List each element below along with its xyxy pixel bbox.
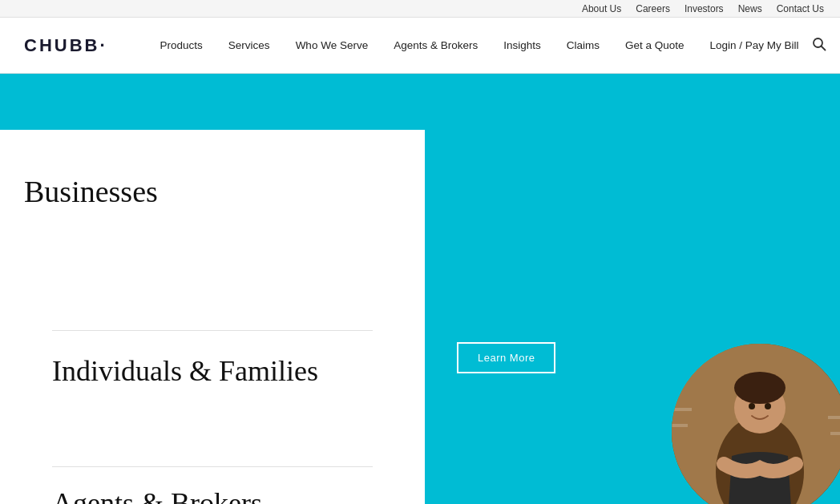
businesses-heading[interactable]: Businesses [24,174,158,209]
nav-login[interactable]: Login / Pay My Bill [697,39,812,51]
hero-section: Businesses Individuals & Families Agents… [0,74,840,504]
nav-insights[interactable]: Insights [491,39,554,51]
svg-line-1 [821,46,825,50]
main-nav: CHUBB· Products Services Who We Serve Ag… [0,18,840,74]
menu-divider-1 [52,330,373,331]
menu-divider-2 [52,466,373,467]
learn-more-button[interactable]: Learn More [457,342,555,373]
nav-get-quote[interactable]: Get a Quote [612,39,697,51]
svg-rect-10 [828,416,840,419]
nav-agents-brokers[interactable]: Agents & Brokers [381,39,491,51]
nav-links: Products Services Who We Serve Agents & … [147,39,812,51]
utility-link-contact[interactable]: Contact Us [777,3,824,14]
chubb-logo: CHUBB· [24,35,107,56]
search-icon[interactable] [812,37,826,54]
svg-rect-8 [672,408,692,411]
nav-claims[interactable]: Claims [554,39,612,51]
utility-bar: About Us Careers Investors News Contact … [0,0,840,18]
nav-products[interactable]: Products [147,39,216,51]
svg-rect-9 [672,424,688,427]
nav-who-we-serve[interactable]: Who We Serve [283,39,382,51]
svg-point-6 [749,403,755,409]
utility-link-investors[interactable]: Investors [685,3,724,14]
agents-heading[interactable]: Agents & Brokers [52,486,262,504]
svg-point-5 [734,372,785,404]
utility-link-news[interactable]: News [738,3,762,14]
hero-person-image [672,344,840,504]
nav-services[interactable]: Services [216,39,283,51]
individuals-heading[interactable]: Individuals & Families [52,354,318,388]
utility-link-about[interactable]: About Us [582,3,621,14]
svg-rect-11 [830,432,840,435]
svg-point-7 [765,403,771,409]
utility-link-careers[interactable]: Careers [636,3,670,14]
